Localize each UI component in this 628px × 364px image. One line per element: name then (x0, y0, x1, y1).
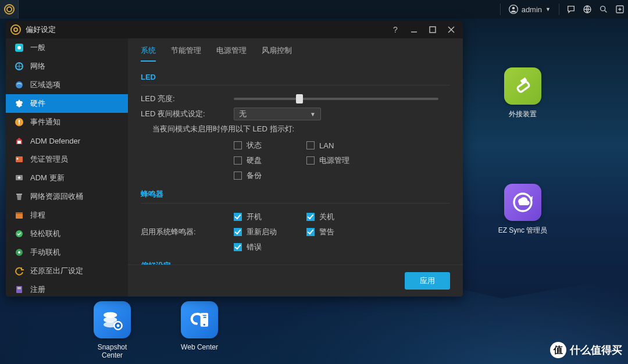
checkbox-label: 关机 (319, 212, 334, 222)
maximize-button[interactable] (426, 23, 440, 37)
chevron-down-icon: ▼ (545, 6, 551, 12)
taskbar-settings-icon[interactable] (0, 0, 19, 19)
taskbar: admin ▼ (0, 0, 628, 19)
settings-window: 偏好设定 ? 一般 网络 区域选项 硬件 事件通知 ADM Defender 凭… (6, 21, 463, 297)
help-button[interactable]: ? (388, 23, 402, 37)
close-button[interactable] (444, 23, 458, 37)
slider-thumb[interactable] (296, 94, 303, 104)
taskbar-chat-button[interactable] (563, 1, 579, 17)
desktop-icon-web-center[interactable]: Web Center (174, 301, 224, 351)
section-led-title: LED (141, 73, 450, 85)
sidebar-item-factory[interactable]: 还原至出厂设定 (6, 262, 128, 280)
sidebar-item-label: 轻松联机 (30, 229, 60, 239)
taskbar-search-button[interactable] (595, 1, 612, 17)
sidebar-item-network[interactable]: 网络 (6, 57, 128, 76)
checkbox-lan[interactable] (306, 141, 315, 149)
checkbox-power-mgmt[interactable] (306, 156, 315, 165)
sidebar-item-manual-connect[interactable]: 手动联机 (6, 243, 128, 262)
sidebar-item-cert-manager[interactable]: 凭证管理员 (6, 150, 128, 169)
taskbar-user-label: admin (522, 5, 542, 14)
checkbox-shutdown[interactable] (306, 213, 315, 221)
watermark: 值 什么值得买 (550, 342, 622, 358)
minimize-button[interactable] (407, 23, 421, 37)
sidebar-item-recycle[interactable]: 网络资源回收桶 (6, 187, 128, 206)
select-value: 无 (239, 109, 247, 119)
apply-button[interactable]: 应用 (405, 272, 450, 290)
content-footer: 应用 (128, 265, 463, 297)
content-pane: 系统 节能管理 电源管理 风扇控制 LED LED 亮度: LED 夜间模式设定… (128, 38, 463, 297)
svg-point-19 (17, 46, 21, 49)
svg-point-21 (16, 81, 23, 88)
svg-point-3 (601, 6, 605, 11)
sidebar-item-general[interactable]: 一般 (6, 38, 128, 57)
checkbox-label: 硬盘 (247, 155, 262, 166)
taskbar-widget-button[interactable] (612, 1, 628, 17)
sidebar-item-register[interactable]: 注册 (6, 280, 128, 297)
svg-rect-31 (16, 212, 23, 214)
night-mode-note: 当夜间模式未启用时停用以下 LED 指示灯: (152, 122, 450, 138)
sidebar-item-region[interactable]: 区域选项 (6, 76, 128, 94)
svg-rect-26 (16, 156, 23, 162)
checkbox-label: 备份 (247, 170, 262, 181)
svg-point-16 (204, 324, 205, 326)
icon-label: 外接装置 (509, 109, 537, 119)
sidebar-item-label: ADM 更新 (30, 173, 65, 183)
desktop-icon-ez-sync[interactable]: EZ Sync 管理员 (498, 184, 548, 235)
titlebar[interactable]: 偏好设定 ? (6, 21, 463, 38)
taskbar-user[interactable]: admin ▼ (504, 5, 555, 14)
sidebar-item-label: 排程 (30, 210, 45, 220)
checkbox-label: 错误 (247, 242, 262, 252)
sidebar-item-hardware[interactable]: 硬件 (6, 94, 128, 113)
checkbox-label: 警告 (319, 227, 334, 237)
checkbox-status[interactable] (234, 141, 242, 149)
checkbox-warn[interactable] (306, 228, 315, 236)
checkbox-error[interactable] (234, 243, 242, 251)
sidebar-item-adm-update[interactable]: ADM 更新 (6, 169, 128, 187)
led-night-label: LED 夜间模式设定: (141, 109, 234, 119)
tab-power-mgmt[interactable]: 电源管理 (216, 45, 247, 62)
sidebar-item-event[interactable]: 事件通知 (6, 113, 128, 131)
settings-icon (10, 24, 21, 35)
checkbox-reboot[interactable] (234, 228, 242, 236)
taskbar-globe-button[interactable] (579, 1, 595, 17)
window-title: 偏好设定 (26, 24, 56, 35)
tab-power-save[interactable]: 节能管理 (171, 45, 201, 62)
svg-rect-25 (17, 141, 21, 144)
svg-rect-29 (16, 194, 22, 195)
svg-rect-35 (16, 286, 22, 293)
icon-label: Web Center (181, 343, 218, 351)
sidebar-item-label: 一般 (30, 42, 45, 53)
checkbox-label: 重新启动 (247, 227, 277, 237)
usb-icon (511, 74, 534, 98)
buzzer-enable-label: 启用系统蜂鸣器: (141, 227, 234, 237)
snapshot-icon (101, 308, 124, 331)
sidebar-item-label: 凭证管理员 (30, 154, 68, 165)
desktop-icon-snapshot-center[interactable]: Snapshot Center (87, 301, 137, 359)
sidebar-item-label: 还原至出厂设定 (30, 266, 83, 276)
tab-system[interactable]: 系统 (141, 45, 156, 62)
checkbox-boot[interactable] (234, 213, 242, 221)
tab-bar: 系统 节能管理 电源管理 风扇控制 (128, 38, 463, 62)
user-icon (509, 5, 518, 14)
svg-point-12 (117, 324, 120, 327)
sidebar-item-schedule[interactable]: 排程 (6, 206, 128, 224)
checkbox-label: 电源管理 (319, 155, 349, 166)
tab-fan[interactable]: 风扇控制 (262, 45, 292, 62)
led-night-select[interactable]: 无 ▼ (234, 108, 321, 120)
checkbox-backup[interactable] (234, 172, 242, 180)
sidebar-item-adm-defender[interactable]: ADM Defender (6, 131, 128, 150)
led-brightness-slider[interactable] (234, 98, 438, 100)
chevron-down-icon: ▼ (310, 111, 316, 117)
section-pref-title: 偏好设定 (141, 260, 450, 265)
svg-point-34 (18, 251, 20, 254)
checkbox-disk[interactable] (234, 156, 242, 165)
sidebar-item-label: 网络资源回收桶 (30, 191, 83, 202)
sidebar-item-label: 事件通知 (30, 117, 60, 127)
cloud-sync-icon (511, 191, 534, 214)
checkbox-label: 状态 (247, 140, 262, 151)
sidebar: 一般 网络 区域选项 硬件 事件通知 ADM Defender 凭证管理员 AD… (6, 38, 128, 297)
svg-point-1 (512, 7, 515, 10)
sidebar-item-ez-connect[interactable]: 轻松联机 (6, 224, 128, 243)
desktop-icon-external-device[interactable]: 外接装置 (498, 67, 548, 119)
web-center-icon (188, 308, 211, 331)
